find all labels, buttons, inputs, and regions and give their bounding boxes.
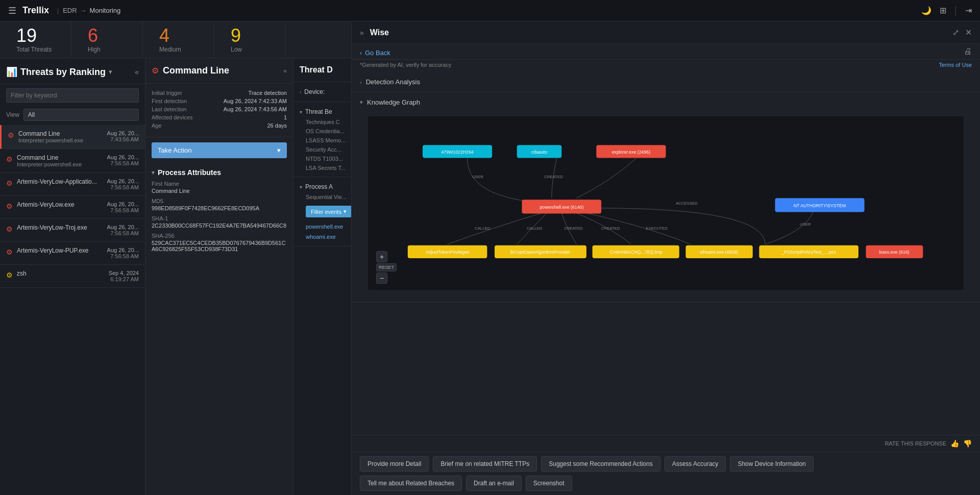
- md5-value: 998ED8589F0F7428EC9662FE8ECD095A: [152, 205, 287, 211]
- last-detection-label: Last detection: [152, 106, 187, 112]
- svg-text:EXECUTED: EXECUTED: [646, 226, 668, 231]
- recommend-actions-button[interactable]: Suggest some Recommended Actions: [541, 456, 660, 472]
- threat-item[interactable]: ⚙ Artemis-VeryLow-PUP.exe Aug 26, 20... …: [0, 242, 145, 265]
- wise-expand-icon[interactable]: ⤢: [952, 28, 959, 37]
- show-device-button[interactable]: Show Device Information: [730, 456, 813, 472]
- sidebar-title-text: Threats by Ranking: [20, 67, 106, 78]
- threat-item[interactable]: ⚙ Command Line Interpreter:powershell.ex…: [0, 125, 145, 149]
- md5-label: MD5: [152, 198, 287, 204]
- threat-date-top-4: Aug 26, 20...: [107, 201, 139, 207]
- detection-analysis-header[interactable]: › Detection Analysis: [352, 72, 980, 92]
- view-label: View: [6, 111, 19, 118]
- sha256-attr: SHA-256 529CAC371EC5C4CEDB35BD0767679436…: [152, 233, 287, 252]
- wise-title: Wise: [370, 28, 952, 37]
- menu-icon[interactable]: ☰: [8, 5, 16, 16]
- cmd-collapse-icon[interactable]: «: [283, 67, 287, 75]
- wise-btn-row-2: Tell me about Related Breaches Draft an …: [360, 476, 972, 491]
- svg-text:CREATED: CREATED: [564, 226, 583, 231]
- app-logo: Trellix: [22, 5, 49, 16]
- high-label: High: [88, 46, 126, 53]
- medium-label: Medium: [159, 46, 198, 53]
- sha1-value: 2C2330B00CC68F57FC192E4A7E7BA549467D66C8: [152, 222, 287, 229]
- grid-icon[interactable]: ⊞: [940, 6, 946, 15]
- wise-expand-chevrons[interactable]: »: [360, 29, 364, 37]
- filter-events-button[interactable]: Filter events ▾: [306, 206, 352, 217]
- rate-response-bar: RATE THIS RESPONSE 👍 👎: [352, 435, 980, 452]
- zoom-out-button[interactable]: −: [376, 273, 387, 284]
- threat-date-top-7: Sep 4, 2024: [109, 270, 139, 276]
- topbar: ☰ Trellix | EDR → Monitoring 🌙 ⊞ | ⇥: [0, 0, 980, 21]
- zoom-in-button[interactable]: +: [376, 251, 387, 262]
- assess-accuracy-button[interactable]: Assess Accuracy: [665, 456, 726, 472]
- take-action-button[interactable]: Take Action ▾: [152, 142, 287, 158]
- process-attrs-header[interactable]: ▾ Process Attributes: [152, 163, 287, 181]
- brief-mitre-button[interactable]: Brief me on related MITRE TTPs: [433, 456, 537, 472]
- rate-thumbs-down[interactable]: 👎: [963, 439, 972, 448]
- svg-text:ACCESSED: ACCESSED: [676, 201, 698, 206]
- screenshot-button[interactable]: Screenshot: [526, 476, 572, 491]
- first-name-attr: First Name Command Line: [152, 181, 287, 194]
- wise-go-back-button[interactable]: ‹ Go Back: [352, 44, 399, 59]
- process-a-label: Process A: [305, 183, 333, 190]
- take-action-label: Take Action: [158, 146, 192, 154]
- threat-item[interactable]: ⚙ Artemis-VeryLow-Troj.exe Aug 26, 20...…: [0, 219, 145, 242]
- wise-print-icon[interactable]: 🖨: [964, 47, 972, 56]
- affected-devices-row: Affected devices 1: [152, 114, 287, 120]
- high-number: 6: [88, 27, 126, 45]
- threat-time-3: 7:56:58 AM: [107, 184, 139, 190]
- low-threats-stat: 9 Low: [214, 21, 286, 58]
- threat-info-7: zsh: [17, 270, 105, 277]
- wise-panel: » Wise ⤢ ✕ ‹ Go Back 🖨 *Generated by AI,…: [351, 21, 980, 495]
- threat-name-5: Artemis-VeryLow-Troj.exe: [17, 224, 103, 231]
- svg-text:CREATED: CREATED: [544, 175, 563, 179]
- affected-devices-value: 1: [284, 114, 287, 120]
- provide-detail-button[interactable]: Provide more Detail: [360, 456, 429, 472]
- threat-item[interactable]: ⚙ Artemis-VeryLow.exe Aug 26, 20... 7:56…: [0, 196, 145, 219]
- wise-bottom-buttons: Provide more Detail Brief me on related …: [352, 452, 980, 495]
- nav-edr[interactable]: EDR: [63, 7, 77, 14]
- svg-text:CREATED: CREATED: [601, 226, 620, 231]
- logout-icon[interactable]: ⇥: [965, 6, 972, 15]
- threat-info-5: Artemis-VeryLow-Troj.exe: [17, 224, 103, 231]
- threat-item[interactable]: ⚙ Command Line Interpreter:powershell.ex…: [0, 149, 145, 173]
- knowledge-graph-section: ▾ Knowledge Graph USER CREATED: [352, 92, 980, 303]
- related-breaches-button[interactable]: Tell me about Related Breaches: [360, 476, 462, 491]
- filter-input[interactable]: [6, 88, 139, 103]
- knowledge-graph-svg: USER CREATED CALLED CALLED: [368, 116, 964, 290]
- threat-item[interactable]: ⚙ Artemis-VeryLow-Applicatio... Aug 26, …: [0, 173, 145, 196]
- knowledge-graph-viz[interactable]: USER CREATED CALLED CALLED: [368, 116, 964, 290]
- threat-date-1: Aug 26, 20... 7:43:56 AM: [107, 130, 139, 142]
- rate-label: RATE THIS RESPONSE: [885, 440, 946, 447]
- knowledge-graph-header[interactable]: ▾ Knowledge Graph: [352, 92, 980, 112]
- zoom-controls: + RESET −: [376, 251, 397, 284]
- wise-close-icon[interactable]: ✕: [965, 28, 972, 37]
- sidebar-view-row: View All: [0, 107, 145, 125]
- cmd-panel-header: ⚙ Command Line «: [145, 58, 293, 84]
- threat-time-1: 7:43:56 AM: [107, 136, 139, 142]
- threat-name-7: zsh: [17, 270, 105, 277]
- wise-terms-link[interactable]: Terms of Use: [939, 62, 972, 68]
- nav-separator: |: [57, 7, 59, 14]
- sidebar-title-chevron[interactable]: ▾: [109, 68, 112, 76]
- threat-item[interactable]: ⚙ zsh Sep 4, 2024 6:19:27 AM: [0, 265, 145, 288]
- sidebar-collapse-icon[interactable]: «: [135, 68, 139, 76]
- first-detection-row: First detection Aug 26, 2024 7:42:33 AM: [152, 98, 287, 104]
- threat-name-4: Artemis-VeryLow.exe: [17, 201, 103, 208]
- rate-thumbs-up[interactable]: 👍: [950, 439, 959, 448]
- moon-icon[interactable]: 🌙: [921, 6, 932, 15]
- view-select[interactable]: All: [23, 109, 139, 121]
- svg-text:USER: USER: [472, 175, 483, 179]
- threat-info-1: Command Line Interpreter:powershell.exe: [18, 130, 103, 143]
- draft-email-button[interactable]: Draft an e-mail: [466, 476, 522, 491]
- svg-text:479W1022H264: 479W1022H264: [441, 150, 473, 155]
- svg-text:CALLED: CALLED: [475, 226, 491, 231]
- threat-time-6: 7:56:58 AM: [107, 253, 139, 259]
- zoom-reset-button[interactable]: RESET: [376, 263, 397, 271]
- svg-text:lsass.exe (616): lsass.exe (616): [879, 250, 909, 255]
- age-row: Age 26 days: [152, 122, 287, 129]
- low-number: 9: [231, 27, 269, 45]
- topbar-right-icons: 🌙 ⊞ | ⇥: [921, 5, 972, 16]
- cmd-meta: Initial trigger Trace detection First de…: [145, 84, 293, 137]
- sidebar-title-bar: 📊 Threats by Ranking ▾ «: [0, 58, 145, 84]
- nav-monitoring: Monitoring: [90, 7, 121, 14]
